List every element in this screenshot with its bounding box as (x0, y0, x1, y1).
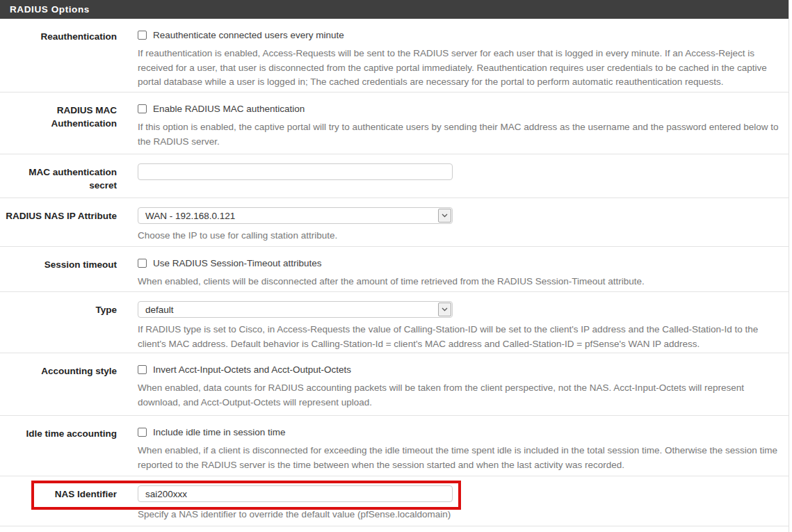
row-idle-time-accounting: Idle time accounting Include idle time i… (0, 416, 789, 476)
mac-secret-label: MAC authentication secret (0, 163, 117, 198)
reauthentication-content: Reauthenticate connected users every min… (117, 28, 789, 92)
reauthentication-label: Reauthentication (0, 28, 117, 92)
nas-ip-content: WAN - 192.168.0.121 Choose the IP to use… (117, 207, 789, 246)
nas-identifier-content: Specify a NAS identifier to override the… (117, 485, 789, 526)
chevron-down-icon[interactable] (438, 209, 451, 223)
accounting-style-checkbox[interactable] (138, 365, 147, 374)
idle-time-checkbox-label[interactable]: Include idle time in session time (153, 427, 286, 437)
nas-identifier-input[interactable] (138, 485, 453, 502)
nas-ip-selected-value: WAN - 192.168.0.121 (138, 211, 438, 221)
row-accounting-style: Accounting style Invert Acct-Input-Octet… (0, 353, 789, 416)
radius-mac-label: RADIUS MAC Authentication (0, 102, 117, 154)
section-header: RADIUS Options (0, 0, 789, 19)
nas-identifier-help: Specify a NAS identifier to override the… (138, 508, 783, 522)
row-reauthentication: Reauthentication Reauthenticate connecte… (0, 19, 789, 92)
type-help: If RADIUS type is set to Cisco, in Acces… (138, 323, 783, 351)
row-radius-mac-authentication: RADIUS MAC Authentication Enable RADIUS … (0, 92, 789, 154)
nas-ip-select[interactable]: WAN - 192.168.0.121 (138, 207, 453, 224)
type-select[interactable]: default (138, 301, 453, 318)
reauthentication-help: If reauthentication is enabled, Access-R… (138, 47, 783, 90)
accounting-style-label: Accounting style (0, 362, 117, 415)
radius-options-panel: RADIUS Options Reauthentication Reauthen… (0, 0, 789, 532)
row-radius-nas-ip-attribute: RADIUS NAS IP Attribute WAN - 192.168.0.… (0, 198, 789, 247)
session-timeout-checkbox-label[interactable]: Use RADIUS Session-Timeout attributes (153, 258, 322, 268)
accounting-style-checkbox-label[interactable]: Invert Acct-Input-Octets and Acct-Output… (153, 364, 351, 375)
type-label: Type (0, 301, 117, 353)
idle-time-help: When enabled, if a client is disconnecte… (138, 444, 783, 472)
session-timeout-label: Session timeout (0, 256, 117, 291)
mac-secret-content (117, 163, 789, 198)
row-type: Type default If RADIUS type is set to Ci… (0, 292, 789, 353)
type-selected-value: default (138, 305, 438, 315)
radius-mac-checkbox-label[interactable]: Enable RADIUS MAC authentication (153, 104, 305, 114)
idle-time-label: Idle time accounting (0, 425, 117, 476)
nas-identifier-label: NAS Identifier (0, 485, 117, 526)
chevron-down-icon[interactable] (438, 303, 451, 316)
type-content: default If RADIUS type is set to Cisco, … (117, 301, 789, 353)
radius-mac-help: If this option is enabled, the captive p… (138, 120, 783, 149)
accounting-style-help: When enabled, data counts for RADIUS acc… (138, 381, 783, 410)
row-mac-authentication-secret: MAC authentication secret (0, 154, 789, 198)
nas-ip-help: Choose the IP to use for calling station… (138, 229, 783, 243)
idle-time-checkbox[interactable] (138, 428, 147, 437)
session-timeout-checkbox[interactable] (138, 259, 147, 268)
row-session-timeout: Session timeout Use RADIUS Session-Timeo… (0, 247, 789, 292)
reauthentication-checkbox-label[interactable]: Reauthenticate connected users every min… (153, 30, 344, 40)
mac-secret-input[interactable] (138, 163, 453, 180)
session-timeout-help: When enabled, clients will be disconnect… (138, 275, 783, 289)
radius-mac-content: Enable RADIUS MAC authentication If this… (117, 102, 789, 154)
radius-mac-checkbox[interactable] (138, 104, 147, 113)
accounting-style-content: Invert Acct-Input-Octets and Acct-Output… (117, 362, 789, 415)
nas-ip-label: RADIUS NAS IP Attribute (0, 207, 117, 246)
idle-time-content: Include idle time in session time When e… (117, 425, 789, 476)
session-timeout-content: Use RADIUS Session-Timeout attributes Wh… (117, 256, 789, 291)
reauthentication-checkbox[interactable] (138, 31, 147, 40)
section-title: RADIUS Options (10, 4, 90, 15)
row-nas-identifier: NAS Identifier Specify a NAS identifier … (0, 476, 789, 526)
